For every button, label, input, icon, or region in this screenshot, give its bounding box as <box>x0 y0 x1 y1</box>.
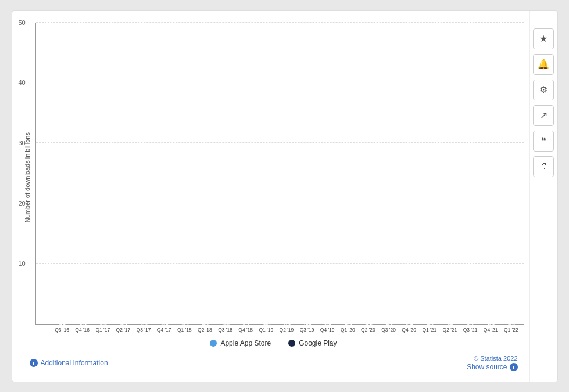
bar-apple-label: 7.9 <box>400 322 418 327</box>
google-dot <box>288 340 295 347</box>
x-label: Q1 '17 <box>94 327 112 333</box>
bar-google-label: 16.7 <box>94 322 113 326</box>
bar-google-label: 28.3 <box>380 322 398 326</box>
bar-google-label: 27.8 <box>481 322 500 326</box>
bar-apple-label: 8 <box>298 322 317 327</box>
bar-apple-label: 7.1 <box>155 322 174 327</box>
bar-google-label: 21.6 <box>298 322 317 326</box>
bar-google-label: 24.4 <box>339 322 357 326</box>
x-label: Q3 '20 <box>380 327 398 333</box>
additional-info-button[interactable]: i Additional Information <box>30 359 108 367</box>
x-label: Q1 '21 <box>420 327 439 333</box>
grid-label: 40 <box>19 79 26 86</box>
bar-apple-label: 8.5 <box>502 322 521 327</box>
bar-apple-label: 9.2 <box>339 322 357 327</box>
bar-google-label: 20.1 <box>237 322 255 326</box>
x-label: Q1 '18 <box>175 327 194 333</box>
grid-line: 10 <box>36 263 524 264</box>
x-labels: Q3 '16Q4 '16Q1 '17Q2 '17Q3 '17Q4 '17Q1 '… <box>53 327 521 333</box>
grid-label: 20 <box>19 200 26 207</box>
grid-line: 30 <box>36 142 524 143</box>
bar-google-label: 21.3 <box>278 322 296 326</box>
bell-icon[interactable]: 🔔 <box>533 54 554 75</box>
bar-apple-label: 7.8 <box>319 322 337 327</box>
grid-label: 50 <box>19 19 26 26</box>
quote-icon[interactable]: ❝ <box>533 131 554 152</box>
bar-apple-label: 8.4 <box>420 322 439 327</box>
grid-line: 50 <box>36 22 524 23</box>
x-label: Q4 '19 <box>318 327 337 333</box>
bar-apple-label: 7.7 <box>176 322 194 327</box>
x-label: Q3 '16 <box>53 327 71 333</box>
bar-apple-label: 6.6 <box>53 322 72 327</box>
info-icon: i <box>30 359 38 367</box>
gear-icon[interactable]: ⚙ <box>533 80 554 100</box>
sidebar-icons: ★🔔⚙↗❝🖨 <box>529 11 557 382</box>
x-label: Q3 '21 <box>461 327 479 333</box>
grid-label: 10 <box>19 260 26 267</box>
bar-google-label: 21.3 <box>319 322 337 326</box>
bar-apple-label: 7.4 <box>257 322 275 327</box>
show-source-label: Show source <box>467 363 507 371</box>
x-label: Q2 '20 <box>359 327 377 333</box>
x-label: Q2 '21 <box>441 327 459 333</box>
bar-apple-label: 7.3 <box>196 322 214 327</box>
bar-apple-label: 6.5 <box>114 322 133 327</box>
x-label: Q3 '17 <box>134 327 153 333</box>
footer: i Additional Information © Statista 2022… <box>24 351 524 376</box>
x-label: Q3 '18 <box>216 327 235 333</box>
bar-google-label: 17.1 <box>135 322 153 326</box>
bar-apple-label: 8.3 <box>481 322 500 327</box>
page-container: Number of downloads in billions 146.615.… <box>0 0 569 392</box>
bar-apple-label: 7.6 <box>216 322 235 327</box>
bar-apple-label: 7.4 <box>278 322 296 327</box>
x-label: Q1 '19 <box>257 327 275 333</box>
legend-google: Google Play <box>288 339 337 347</box>
bars-container: 146.615.26.516.76.916.16.517.17.316.87.1… <box>53 23 521 325</box>
x-label: Q1 '22 <box>502 327 520 333</box>
share-icon[interactable]: ↗ <box>533 105 554 126</box>
x-label: Q4 '18 <box>237 327 255 333</box>
x-label: Q4 '20 <box>400 327 418 333</box>
apple-label: Apple App Store <box>220 339 271 347</box>
bar-google-label: 17.4 <box>176 322 194 326</box>
google-label: Google Play <box>299 339 337 347</box>
bar-apple-label: 8.2 <box>380 322 398 327</box>
bar-google-label: 28.2 <box>420 322 439 326</box>
bar-apple-label: 8.1 <box>461 322 479 327</box>
x-label: Q1 '20 <box>338 327 357 333</box>
x-label: Q4 '16 <box>73 327 92 333</box>
bar-google-label: 16.8 <box>155 322 174 326</box>
bar-google-label: 18.6 <box>196 322 214 326</box>
x-label: Q2 '17 <box>114 327 133 333</box>
bar-google-label: 28 <box>441 322 459 327</box>
star-icon[interactable]: ★ <box>533 28 554 49</box>
show-source-button[interactable]: Show source i <box>467 363 517 371</box>
bar-apple-label: 7.2 <box>237 322 255 327</box>
chart-area: Number of downloads in billions 146.615.… <box>12 11 529 382</box>
bar-google-label: 15.2 <box>74 322 92 326</box>
additional-info-label: Additional Information <box>41 359 108 367</box>
bar-google-label: 20.5 <box>257 322 275 326</box>
print-icon[interactable]: 🖨 <box>533 156 554 177</box>
bar-google-label: 14 <box>53 322 72 327</box>
bar-google-label: 28.3 <box>502 322 521 326</box>
grid-line: 20 <box>36 203 524 203</box>
bar-apple-label: 6.9 <box>94 322 113 327</box>
x-label: Q4 '21 <box>481 327 500 333</box>
bar-apple-label: 6.5 <box>74 322 92 327</box>
bar-google-label: 27.3 <box>400 322 418 326</box>
grid-label: 30 <box>19 139 26 146</box>
grid-line: 40 <box>36 82 524 82</box>
bar-google-label: 16.1 <box>114 322 133 326</box>
x-label: Q3 '19 <box>298 327 316 333</box>
x-label: Q2 '19 <box>277 327 296 333</box>
bar-apple-label: 7.3 <box>135 322 153 327</box>
bar-apple-label: 9.1 <box>359 322 378 327</box>
bar-google-label: 28.6 <box>359 322 378 326</box>
chart-plot: 146.615.26.516.76.916.16.517.17.316.87.1… <box>35 23 524 325</box>
x-label: Q2 '18 <box>195 327 214 333</box>
chart-inner: 146.615.26.516.76.916.16.517.17.316.87.1… <box>35 23 524 333</box>
footer-right: © Statista 2022 Show source i <box>467 355 517 371</box>
bar-google-label: 27.6 <box>461 322 479 326</box>
